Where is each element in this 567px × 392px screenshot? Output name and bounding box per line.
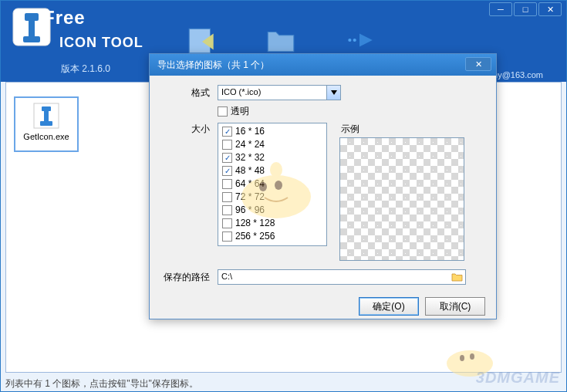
size-option[interactable]: 96 * 96: [222, 204, 322, 215]
format-label: 格式: [160, 85, 218, 100]
dialog-buttons: 确定(O) 取消(C): [160, 289, 485, 316]
sizes-listbox[interactable]: ✓16 * 1624 * 24✓32 * 32✓48 * 4864 * 6472…: [218, 123, 327, 246]
format-value: ICO (*.ico): [218, 86, 326, 100]
svg-rect-12: [40, 121, 52, 126]
checkbox-icon: [222, 231, 232, 242]
svg-point-7: [353, 39, 356, 42]
checkbox-icon: [222, 218, 232, 228]
file-name: GetIcon.exe: [15, 132, 77, 141]
file-icon: [33, 103, 59, 129]
path-value: C:\: [221, 272, 232, 281]
checkbox-icon: [222, 192, 232, 202]
size-option[interactable]: 256 * 256: [222, 231, 322, 242]
app-subtitle: ICON TOOL: [59, 35, 143, 51]
size-option-label: 64 * 64: [235, 178, 265, 189]
size-option[interactable]: 72 * 72: [222, 191, 322, 202]
app-window: ─ □ ✕ Free ICON TOOL 版本 2.1.6.0 why@163.…: [0, 0, 567, 392]
svg-rect-2: [29, 21, 35, 36]
toolbar-folder-icon[interactable]: [265, 24, 297, 56]
checkbox-icon: [222, 205, 232, 215]
export-dialog: 导出选择的图标（共 1 个） ✕ 格式 ICO (*.ico) 透明: [149, 53, 497, 319]
size-option[interactable]: ✓16 * 16: [222, 126, 322, 137]
app-version: 版本 2.1.6.0: [61, 63, 110, 76]
format-combo[interactable]: ICO (*.ico): [218, 85, 341, 100]
app-title: Free: [43, 7, 86, 29]
toolbar-import-icon[interactable]: [186, 24, 218, 56]
size-option-label: 96 * 96: [235, 204, 265, 215]
file-item[interactable]: GetIcon.exe: [14, 96, 79, 152]
svg-marker-8: [359, 34, 373, 47]
transparent-label: 透明: [231, 105, 249, 118]
path-label: 保存的路径: [160, 269, 218, 284]
status-bar: 列表中有 1 个图标，点击按钮"导出"保存图标。: [5, 376, 562, 390]
ok-button[interactable]: 确定(O): [359, 297, 419, 316]
size-option[interactable]: 64 * 64: [222, 178, 322, 189]
size-option[interactable]: 128 * 128: [222, 218, 322, 228]
svg-rect-10: [42, 106, 51, 111]
checkbox-icon: ✓: [222, 166, 232, 176]
chevron-down-icon[interactable]: [326, 86, 340, 100]
size-option-label: 256 * 256: [235, 231, 275, 242]
checkbox-icon: ✓: [222, 127, 232, 137]
size-option-label: 128 * 128: [235, 218, 275, 228]
size-option[interactable]: ✓32 * 32: [222, 152, 322, 163]
svg-marker-13: [331, 90, 337, 95]
dialog-body: 格式 ICO (*.ico) 透明 大小: [150, 76, 496, 323]
size-option-label: 16 * 16: [235, 126, 265, 137]
size-option-label: 32 * 32: [235, 152, 265, 163]
toolbar: [186, 24, 376, 56]
size-option[interactable]: 24 * 24: [222, 139, 322, 150]
size-option-label: 48 * 48: [235, 165, 265, 176]
checkbox-icon: [222, 140, 232, 150]
preview-area: [339, 137, 464, 261]
checkbox-icon: [222, 179, 232, 189]
save-path-input[interactable]: C:\: [218, 269, 466, 285]
svg-rect-3: [23, 36, 40, 42]
svg-rect-1: [25, 13, 39, 21]
dialog-title: 导出选择的图标（共 1 个）: [157, 59, 269, 70]
size-option[interactable]: ✓48 * 48: [222, 165, 322, 176]
checkbox-icon: [218, 106, 228, 117]
toolbar-export-icon[interactable]: [343, 24, 376, 56]
cancel-button[interactable]: 取消(C): [425, 297, 485, 316]
folder-open-icon[interactable]: [451, 272, 463, 282]
size-option-label: 24 * 24: [235, 139, 265, 150]
preview-label: 示例: [339, 123, 464, 136]
transparent-checkbox[interactable]: 透明: [218, 105, 249, 118]
svg-point-6: [348, 39, 351, 42]
svg-rect-11: [44, 111, 49, 121]
size-option-label: 72 * 72: [235, 191, 265, 202]
dialog-close-button[interactable]: ✕: [465, 57, 491, 71]
dialog-title-bar[interactable]: 导出选择的图标（共 1 个） ✕: [150, 54, 496, 76]
size-label: 大小: [160, 123, 218, 136]
checkbox-icon: ✓: [222, 153, 232, 163]
preview-panel: 示例: [339, 123, 464, 262]
